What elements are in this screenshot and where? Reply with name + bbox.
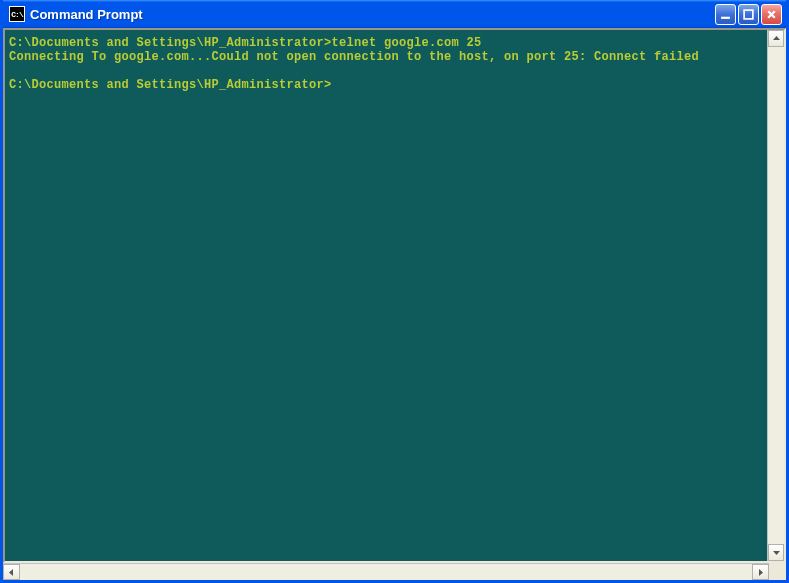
scroll-track-vertical[interactable]	[768, 47, 784, 544]
window-controls	[715, 4, 782, 25]
scroll-down-button[interactable]	[768, 544, 784, 561]
scroll-left-button[interactable]	[3, 564, 20, 580]
prompt-text: C:\Documents and Settings\HP_Administrat…	[9, 36, 332, 50]
svg-rect-0	[721, 16, 730, 18]
prompt-text: C:\Documents and Settings\HP_Administrat…	[9, 78, 332, 92]
window-title: Command Prompt	[30, 7, 715, 22]
maximize-button[interactable]	[738, 4, 759, 25]
console-output[interactable]: C:\Documents and Settings\HP_Administrat…	[5, 30, 767, 561]
console-container: C:\Documents and Settings\HP_Administrat…	[3, 28, 786, 563]
close-button[interactable]	[761, 4, 782, 25]
scroll-track-horizontal[interactable]	[20, 564, 752, 580]
scroll-up-button[interactable]	[768, 30, 784, 47]
horizontal-scrollbar[interactable]	[3, 563, 769, 580]
scrollbar-corner	[769, 563, 786, 580]
client-area: C:\Documents and Settings\HP_Administrat…	[3, 28, 786, 580]
scroll-right-button[interactable]	[752, 564, 769, 580]
titlebar[interactable]: C:\ Command Prompt	[3, 0, 786, 28]
app-icon: C:\	[9, 6, 25, 22]
minimize-button[interactable]	[715, 4, 736, 25]
output-text: Connecting To google.com...Could not ope…	[9, 50, 699, 64]
command-text: telnet google.com 25	[332, 36, 482, 50]
vertical-scrollbar[interactable]	[767, 30, 784, 561]
svg-rect-1	[744, 10, 753, 19]
command-prompt-window: C:\ Command Prompt C:\Documents and Sett…	[0, 0, 789, 583]
